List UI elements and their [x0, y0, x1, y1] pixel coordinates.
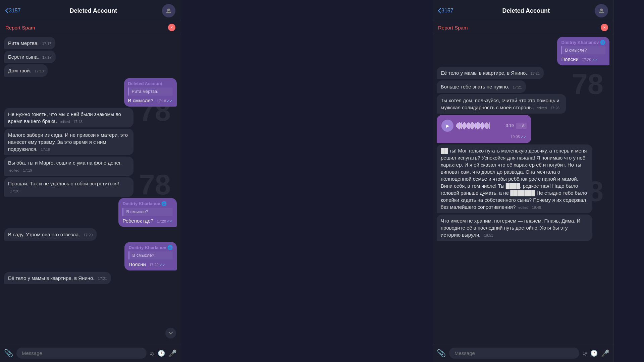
clock-icon-1: 🕐 [158, 350, 165, 357]
msg-text: Прощай. Так и не удалось с тобой встрети… [8, 181, 119, 186]
reply-preview: В смысле? [122, 208, 173, 216]
list-item: Прощай. Так и не удалось с тобой встрети… [4, 177, 133, 197]
svg-point-2 [169, 10, 170, 10]
attach-icon-1[interactable]: 📎 [4, 349, 13, 358]
message-input-2[interactable] [449, 348, 579, 359]
msg-text: В смысле? [128, 98, 154, 103]
list-item: Не нужно гонять, что мы с ней были знако… [4, 108, 133, 127]
table-row: Дом твой. 17:18 [4, 64, 48, 77]
spam-close-1[interactable]: × [168, 24, 175, 31]
list-item: Дом твой. 17:18 [4, 64, 48, 77]
list-item: Что имеем не храним, потеряем — плачем. … [437, 215, 592, 241]
table-row: Не нужно гонять, что мы с ней были знако… [4, 108, 133, 127]
clock-icon-2: 🕐 [590, 350, 598, 357]
waveform [456, 122, 503, 130]
list-item: Рита мертва. 17:17 [4, 37, 55, 49]
back-button-1[interactable]: 3157 [5, 8, 23, 14]
back-count-2: 3157 [441, 8, 453, 14]
list-item: ██ ты! Мог только пугать маленькую девоч… [437, 144, 592, 213]
spam-bar-1: Report Spam × [0, 21, 181, 34]
table-row: В саду. Утром она его отвезла. 17:20 [4, 228, 97, 241]
panel-2: 3157 Deleted Account Report Spam × [433, 0, 614, 362]
sender-label: Deleted Account [128, 81, 173, 87]
play-button[interactable]: ▶ [441, 120, 453, 132]
msg-text: Её тело у мамы в квартире, в Янино. [8, 275, 95, 281]
msg-text: В саду. Утром она его отвезла. [8, 232, 80, 237]
chat-title-1: Deleted Account [25, 7, 162, 14]
msg-text: ██ ты! Мог только пугать маленькую девоч… [441, 148, 587, 210]
table-row: Прощай. Так и не удалось с тобой встрети… [4, 177, 133, 197]
list-item: Вы оба, ты и Марго, сошли с ума на фоне … [4, 157, 133, 176]
sender-label: Dmitriy Kharlanov 🌐 [128, 245, 173, 251]
message-list-1: Рита мертва. 17:17 Береги сына. 17:17 До… [4, 37, 177, 284]
list-item: В саду. Утром она его отвезла. 17:20 [4, 228, 97, 241]
table-row: Береги сына. 17:17 [4, 51, 56, 63]
messages-area-1: 78 78 Рита мертва. 17:17 Береги сына. 17… [0, 34, 181, 362]
msg-text: Что имеем не храним, потеряем — плачем. … [441, 218, 580, 238]
table-row: Dmitriy Kharlanov 🌐 В смысле? Ребенок гд… [118, 198, 177, 227]
list-item: Deleted Account Рита мертва. В смысле? 1… [124, 78, 177, 107]
table-row: Больше тебе знать не нужно. 17:21 [437, 80, 526, 93]
avatar-1 [162, 4, 175, 17]
msg-text: Дом твой. [8, 68, 31, 73]
list-item: Малого забери из сада. И не привози к ма… [4, 129, 133, 155]
message-list-2: Dmitriy Kharlanov 🌐 В смысле? Поясни 17:… [437, 37, 609, 241]
table-row: Dmitriy Kharlanov 🌐 В смысле? Поясни 17:… [124, 242, 177, 270]
table-row: Deleted Account Рита мертва. В смысле? 1… [124, 78, 177, 107]
messages-area-2: 78 78 Dmitriy Kharlanov 🌐 В смысле? Пояс… [433, 34, 613, 362]
msg-text: Береги сына. [8, 54, 39, 60]
reply-preview: В смысле? [561, 46, 605, 54]
reply-preview: В смысле? [128, 251, 173, 259]
time-label-1: 1y [150, 351, 154, 356]
attach-icon-2[interactable]: 📎 [437, 349, 446, 358]
back-count-1: 3157 [9, 8, 21, 14]
table-row: ▶ [437, 115, 531, 143]
list-item: Её тело у мамы в квартире, в Янино. 17:2… [437, 67, 544, 79]
list-item: Dmitriy Kharlanov 🌐 В смысле? Ребенок гд… [118, 198, 177, 227]
msg-text: Вы оба, ты и Марго, сошли с ума на фоне … [8, 160, 122, 166]
panel-1: 3157 Deleted Account Report Spam × [0, 0, 181, 362]
mic-icon-1[interactable]: 🎤 [168, 349, 177, 357]
svg-point-5 [602, 10, 603, 10]
msg-text: Её тело у мамы в квартире, в Янино. [441, 70, 527, 76]
table-row: Вы оба, ты и Марго, сошли с ума на фоне … [4, 157, 133, 176]
list-item: Dmitriy Kharlanov 🌐 В смысле? Поясни 17:… [124, 242, 177, 270]
spam-text-2[interactable]: Report Spam [438, 25, 468, 31]
input-bar-1: 📎 1y 🕐 🎤 [0, 344, 181, 362]
message-input-1[interactable] [16, 348, 147, 359]
table-row: Её тело у мамы в квартире, в Янино. 17:2… [4, 272, 111, 284]
table-row: Её тело у мамы в квартире, в Янино. 17:2… [437, 67, 544, 79]
spam-text-1[interactable]: Report Spam [5, 25, 35, 31]
list-item: Её тело у мамы в квартире, в Янино. 17:2… [4, 272, 111, 284]
table-row: Малого забери из сада. И не привози к ма… [4, 129, 133, 155]
header-2: 3157 Deleted Account [433, 0, 613, 21]
sender-label: Dmitriy Kharlanov 🌐 [561, 40, 605, 46]
list-item: Ты хотел дом, пользуйся, считай что это … [437, 94, 566, 114]
list-item: Dmitriy Kharlanov 🌐 В смысле? Поясни 17:… [557, 37, 609, 65]
table-row: Что имеем не храним, потеряем — плачем. … [437, 215, 592, 241]
reply-preview: Рита мертва. [128, 87, 173, 96]
back-button-2[interactable]: 3157 [438, 8, 456, 14]
table-row: ██ ты! Мог только пугать маленькую девоч… [437, 144, 592, 213]
list-item: Береги сына. 17:17 [4, 51, 56, 63]
msg-text: Рита мертва. [8, 40, 39, 46]
msg-text: Ребенок где? [122, 218, 153, 224]
svg-point-1 [167, 10, 168, 10]
msg-text: Поясни [561, 56, 578, 62]
msg-text: Больше тебе знать не нужно. [441, 84, 509, 89]
svg-point-4 [600, 10, 601, 10]
table-row: Рита мертва. 17:17 [4, 37, 55, 49]
chat-title-2: Deleted Account [458, 7, 595, 14]
translate-button[interactable]: →A [516, 123, 526, 129]
list-item: Больше тебе знать не нужно. 17:21 [437, 80, 526, 93]
msg-text: Поясни [128, 261, 146, 267]
avatar-2 [595, 4, 608, 17]
time-label-2: 1y [583, 351, 587, 356]
spam-close-2[interactable]: × [601, 24, 608, 31]
msg-text: Малого забери из сада. И не привози к ма… [8, 132, 128, 152]
sender-label: Dmitriy Kharlanov 🌐 [122, 201, 173, 207]
scroll-down-button-1[interactable] [165, 328, 176, 339]
input-bar-2: 📎 1y 🕐 🎤 [433, 344, 613, 362]
mic-icon-2[interactable]: 🎤 [601, 349, 609, 357]
table-row: Ты хотел дом, пользуйся, считай что это … [437, 94, 566, 114]
